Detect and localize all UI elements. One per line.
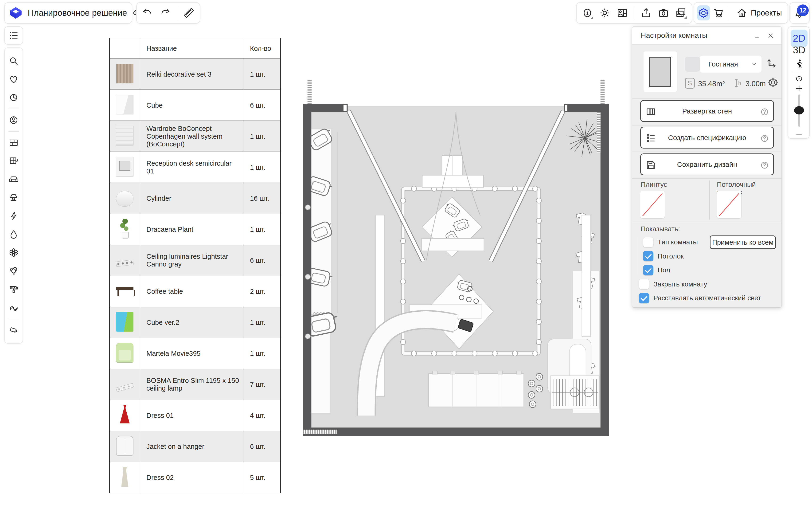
- sidebar-item-plants[interactable]: [5, 262, 22, 280]
- app-logo-icon[interactable]: [8, 5, 24, 21]
- sidebar-item-search[interactable]: [5, 52, 22, 70]
- close-panel-button[interactable]: [764, 27, 777, 45]
- item-thumbnail: [116, 467, 134, 487]
- document-title[interactable]: Планировочное решение: [28, 8, 127, 18]
- favorites-icon: [8, 74, 19, 85]
- price-tag-icon: [8, 325, 19, 335]
- display-stand-right[interactable]: [582, 215, 591, 336]
- item-thumbnail: [116, 383, 134, 392]
- table-row: Dress 01 4 шт.: [109, 400, 280, 431]
- sidebar-item-account[interactable]: [5, 111, 22, 129]
- catalog-button[interactable]: [5, 27, 22, 44]
- apply-to-all-button[interactable]: Применить ко всем: [710, 236, 776, 249]
- history-icon: [8, 92, 19, 103]
- sidebar-item-price-tag[interactable]: [5, 321, 22, 339]
- item-qty: 6 шт.: [244, 245, 280, 276]
- checkbox[interactable]: [639, 293, 649, 303]
- view-controls: 2D 3D: [787, 26, 810, 139]
- help-icon[interactable]: [760, 107, 769, 117]
- sidebar-item-decor[interactable]: [5, 243, 22, 262]
- brightness-button[interactable]: [597, 5, 612, 20]
- plinth-none-swatch[interactable]: [640, 191, 665, 218]
- item-qty: 1 шт.: [244, 59, 280, 90]
- room-preview: [644, 51, 677, 92]
- sidebar-item-rooms[interactable]: [5, 152, 22, 170]
- cart-button[interactable]: [712, 5, 724, 20]
- show-section-label: Показывать:: [641, 225, 680, 233]
- table-row: Cube 6 шт.: [109, 90, 280, 121]
- help-icon[interactable]: [760, 134, 769, 144]
- room-dimensions-button[interactable]: [765, 57, 778, 70]
- sidebar-item-curves[interactable]: [5, 298, 22, 317]
- sidebar-item-electrics[interactable]: [5, 207, 22, 225]
- item-name: Martela Movie395: [140, 338, 244, 369]
- checkbox[interactable]: [643, 265, 654, 275]
- zoom-slider-knob[interactable]: [794, 106, 804, 115]
- zoom-in-button[interactable]: [794, 84, 804, 93]
- table-row: Dracaena Plant 1 шт.: [109, 214, 280, 245]
- home-icon: [736, 7, 748, 19]
- room-type-select[interactable]: Гостиная: [700, 56, 762, 73]
- sidebar-item-materials[interactable]: [5, 280, 22, 298]
- table-row: Dress 02 5 шт.: [109, 462, 280, 493]
- checkbox-row: Потолок: [643, 249, 761, 264]
- sidebar-item-walls[interactable]: [5, 134, 22, 152]
- bottom-counter[interactable]: [429, 371, 524, 407]
- divider: [632, 125, 781, 125]
- notification-badge: 12: [797, 4, 809, 16]
- sidebar-item-favorites[interactable]: [5, 70, 22, 88]
- catalog-box: [4, 26, 23, 45]
- room-color-swatch[interactable]: [685, 57, 700, 72]
- divider: [634, 6, 634, 20]
- room-advanced-settings-button[interactable]: [767, 77, 779, 89]
- redo-button[interactable]: [157, 5, 172, 20]
- document-title-group: Планировочное решение: [4, 2, 132, 24]
- item-thumbnail: [116, 191, 134, 207]
- checkbox[interactable]: [643, 237, 654, 247]
- table-row: Ceiling luminaires Lightstar Canno gray …: [109, 245, 280, 276]
- sidebar-item-history[interactable]: [5, 88, 22, 107]
- create-specification-button[interactable]: Создать спецификацию: [640, 127, 774, 149]
- projects-button[interactable]: Проекты: [734, 7, 784, 19]
- ceiling-plinth-none-swatch[interactable]: [717, 191, 741, 218]
- minimize-panel-button[interactable]: [750, 27, 764, 45]
- walls-icon: [8, 137, 19, 148]
- camera-view-button[interactable]: [580, 5, 595, 20]
- undo-button[interactable]: [140, 5, 155, 20]
- snapshot-button[interactable]: [656, 5, 671, 20]
- item-thumbnail: [116, 64, 134, 84]
- orbit-view-button[interactable]: [794, 75, 804, 83]
- table-row: Wardrobe BoConcept Copenhagen wall syste…: [109, 121, 280, 152]
- item-qty: 1 шт.: [244, 307, 280, 338]
- app-tools-group: Проекты: [693, 2, 788, 24]
- table-row: Coffee table 2 шт.: [109, 276, 280, 307]
- notifications-bell-button[interactable]: 12: [793, 5, 806, 20]
- sidebar-item-furniture[interactable]: [5, 170, 22, 189]
- furniture-icon: [8, 174, 19, 185]
- floor-plan-canvas[interactable]: [303, 80, 609, 439]
- hanger-rail[interactable]: [551, 376, 599, 409]
- divider: [709, 180, 710, 220]
- ruler-button[interactable]: [181, 5, 196, 20]
- save-design-button[interactable]: Сохранить дизайн: [640, 153, 774, 175]
- curves-icon: [8, 302, 19, 313]
- render-image-button[interactable]: [673, 5, 688, 20]
- divider: [632, 152, 781, 152]
- settings-button[interactable]: [698, 5, 710, 20]
- height-icon: [733, 77, 744, 89]
- zoom-out-button[interactable]: [794, 130, 804, 139]
- plinth-label: Плинтус: [641, 181, 667, 189]
- thumbnail-column-header: [109, 38, 140, 59]
- export-button[interactable]: [639, 5, 654, 20]
- help-icon[interactable]: [760, 160, 769, 170]
- sidebar-item-lighting[interactable]: [5, 189, 22, 207]
- sidebar-item-plumbing[interactable]: [5, 225, 22, 243]
- checkbox[interactable]: [639, 279, 649, 289]
- room-type-value: Гостиная: [708, 60, 738, 68]
- mode-3d-button[interactable]: 3D: [788, 44, 810, 56]
- checkbox[interactable]: [643, 251, 654, 261]
- lighting-icon: [8, 192, 19, 203]
- walk-mode-button[interactable]: [794, 58, 805, 70]
- interior-view-button[interactable]: [615, 5, 630, 20]
- walls-unfold-button[interactable]: Развертка стен: [640, 100, 774, 122]
